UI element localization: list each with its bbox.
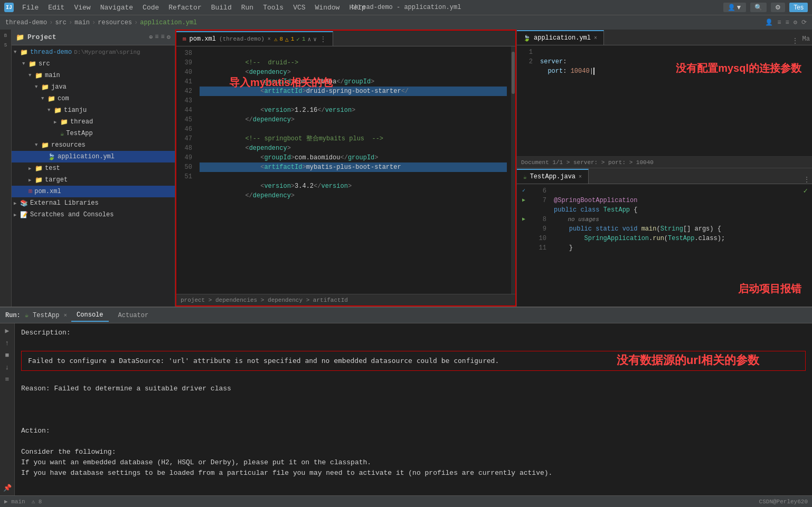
run-tab-console[interactable]: Console [71, 309, 108, 322]
tab-pom-menu[interactable]: ⋮ [320, 35, 326, 43]
tab-java-close[interactable]: × [579, 174, 582, 180]
checkmark-java: ✓ [804, 186, 808, 195]
status-warnings[interactable]: ⚠ 8 [32, 498, 42, 505]
code-area-java[interactable]: ✓ ▶ ▶ 6 7 8 9 1 [517, 184, 812, 307]
expand-all-icon[interactable]: ≡ [155, 33, 158, 41]
tree-item-scratches[interactable]: ▶ 📝 Scratches and Consoles [12, 209, 175, 221]
tree-item-test[interactable]: ▶ 📁 test [12, 162, 175, 174]
java-tab-icon: ☕ [523, 174, 527, 180]
nav-icon-4[interactable]: ⚙ [794, 18, 797, 26]
status-git[interactable]: ▶ main [4, 498, 25, 505]
code-pom[interactable]: <!-- druid--> <dependency> <groupId>com.… [195, 46, 511, 294]
tree-item-java[interactable]: ▼ 📁 java [12, 81, 175, 93]
bookmark-icon[interactable]: B [2, 32, 10, 40]
nav-icon-2[interactable]: ≡ [777, 19, 781, 26]
search-everywhere-button[interactable]: 🔍 [750, 3, 767, 12]
tes-button[interactable]: Tes [789, 3, 808, 12]
menu-navigate[interactable]: Navigate [96, 3, 137, 13]
tree-item-root[interactable]: ▼ 📁 thread-demo D:\Myprogram\spring [12, 46, 175, 58]
breadcrumb-main[interactable]: main [74, 19, 90, 26]
structure-icon[interactable]: S [2, 41, 10, 50]
panel-title: Project [27, 33, 56, 41]
scroll-indicator-pom[interactable] [511, 46, 515, 294]
tree-label-resources: resources [51, 141, 86, 149]
menu-code[interactable]: Code [138, 3, 163, 13]
settings-button[interactable]: ⚙ [771, 3, 785, 12]
down-icon[interactable]: ∨ [313, 36, 317, 43]
menu-refactor[interactable]: Refactor [164, 3, 205, 13]
console-area[interactable]: Description: Failed to configure a DataS… [15, 323, 812, 495]
tree-item-thread[interactable]: ▶ 📁 thread [12, 116, 175, 128]
console-consider: Consider the following: [21, 447, 806, 457]
code-area-yml[interactable]: 1 2 server: port: 10040| 没有配置mysql的连接参数 [517, 45, 812, 156]
run-tab-actuator[interactable]: Actuator [113, 310, 154, 321]
up-icon[interactable]: ∧ [308, 36, 311, 43]
menu-vcs[interactable]: VCS [289, 3, 309, 13]
profile-button[interactable]: 👤▼ [723, 3, 746, 12]
run-play-btn[interactable]: ▶ [4, 326, 11, 336]
run-stop-btn[interactable]: ■ [4, 350, 11, 360]
menu-build[interactable]: Build [207, 3, 236, 13]
tab-yml-label: application.yml [534, 34, 591, 42]
tree-arrow-thread: ▶ [54, 119, 59, 125]
locate-icon[interactable]: ⊕ [149, 33, 153, 41]
menu-edit[interactable]: Edit [44, 3, 69, 13]
main-area: B S 📁 Project ⊕ ≡ ≡ ⚙ ▼ 📁 thread-demo D:… [0, 30, 812, 307]
tree-item-ext-libs[interactable]: ▶ 📚 External Libraries [12, 197, 175, 209]
breadcrumb-root[interactable]: thread-demo [5, 19, 47, 26]
tree-item-application-yml[interactable]: 🍃 application.yml [12, 151, 175, 162]
settings-panel-icon[interactable]: ⚙ [167, 33, 171, 41]
collapse-all-icon[interactable]: ≡ [161, 33, 165, 41]
run-up-btn[interactable]: ↑ [4, 338, 11, 348]
breadcrumb-resources[interactable]: resources [98, 19, 132, 26]
gutter-empty-1 [517, 205, 531, 215]
window-title: thread-demo - application.yml [351, 4, 461, 11]
nav-icon-5[interactable]: ⟳ [801, 18, 807, 26]
scroll-thumb-pom[interactable] [512, 52, 515, 94]
run-header: Run: ☕ TestApp × Console Actuator [0, 308, 812, 323]
nav-icon-3[interactable]: ≡ [786, 19, 789, 26]
run-pin-btn[interactable]: 📌 [2, 483, 13, 493]
tab-yml-close[interactable]: × [594, 35, 597, 41]
tree-item-testapp[interactable]: ☕ TestApp [12, 128, 175, 139]
editor-tabs-left: m pom.xml (thread-demo) × ⚠ 8 △ 1 ✓ 1 ∧ [176, 31, 515, 46]
tab-testapp[interactable]: ☕ TestApp.java × [517, 169, 589, 184]
tree-label-testapp: TestApp [66, 130, 92, 137]
tree-item-src[interactable]: ▼ 📁 src [12, 58, 175, 70]
code-yml[interactable]: server: port: 10040| [536, 45, 812, 156]
code-area-pom[interactable]: 38 39 40 41 42 43 44 45 46 47 48 49 50 5… [176, 46, 515, 294]
yaml-nav-icon[interactable]: Ma [800, 33, 812, 45]
tree-label-thread: thread [70, 118, 93, 126]
left-strip: B S [0, 30, 12, 307]
menu-run[interactable]: Run [237, 3, 258, 13]
tab-pom-close[interactable]: × [268, 36, 271, 42]
breadcrumb-file[interactable]: application.yml [140, 19, 197, 26]
gutter-arrow-7[interactable]: ▶ [517, 196, 531, 205]
run-down-btn[interactable]: ↓ [4, 362, 11, 372]
tree-item-com[interactable]: ▼ 📁 com [12, 93, 175, 104]
tab-java-menu[interactable]: ⋮ [804, 176, 810, 184]
run-tab-close[interactable]: × [63, 312, 67, 319]
tree-item-target[interactable]: ▶ 📁 target [12, 174, 175, 186]
gutter-arrow-9[interactable]: ▶ [517, 215, 531, 224]
menu-file[interactable]: File [18, 3, 43, 13]
nav-icon-1[interactable]: 👤 [765, 18, 773, 26]
tree-item-resources[interactable]: ▼ 📁 resources [12, 139, 175, 151]
menu-view[interactable]: View [70, 3, 95, 13]
tree-item-main[interactable]: ▼ 📁 main [12, 70, 175, 81]
menu-bar-right: 👤▼ 🔍 ⚙ Tes [723, 3, 808, 12]
tree-item-pom[interactable]: m pom.xml [12, 186, 175, 197]
tab-pom-xml[interactable]: m pom.xml (thread-demo) × ⚠ 8 △ 1 ✓ 1 ∧ [176, 31, 333, 46]
tab-project-label: (thread-demo) [219, 36, 265, 42]
tab-yml-menu[interactable]: ⋮ [792, 37, 798, 45]
breadcrumb-src[interactable]: src [55, 19, 67, 26]
run-format-btn[interactable]: ≡ [4, 375, 11, 385]
tree-label-target: target [45, 176, 68, 184]
menu-tools[interactable]: Tools [259, 3, 288, 13]
tree-item-tianju[interactable]: ▼ 📁 tianju [12, 104, 175, 116]
menu-window[interactable]: Window [311, 3, 344, 13]
tab-yml[interactable]: 🍃 application.yml × [517, 30, 604, 45]
tree-arrow-root: ▼ [14, 50, 19, 55]
warn-icon: ⚠ [274, 36, 278, 43]
code-java[interactable]: @SpringBootApplication public class Test… [550, 184, 812, 307]
